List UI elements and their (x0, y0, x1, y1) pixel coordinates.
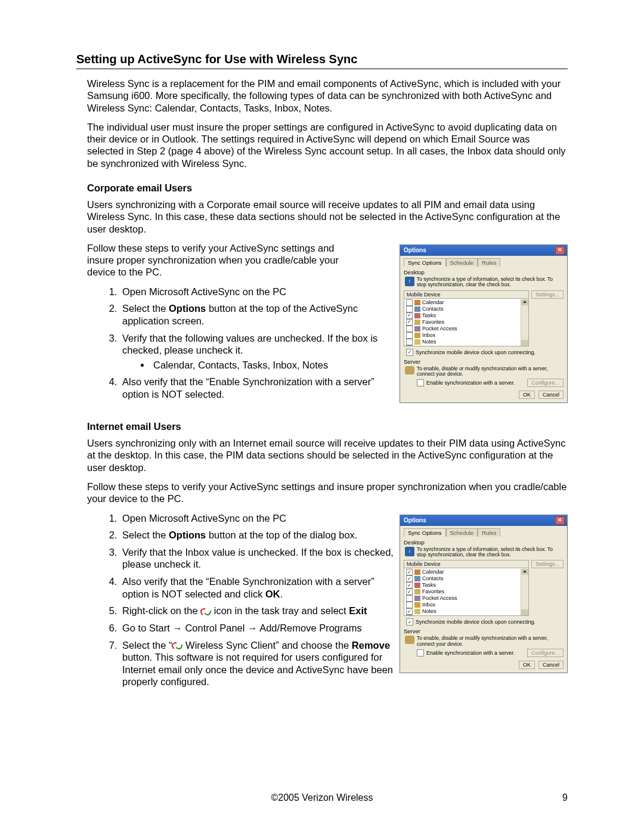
scrollbar[interactable] (521, 569, 528, 615)
item-label: Favorites (422, 319, 444, 326)
item-icon (414, 346, 420, 346)
settings-button[interactable]: Settings... (531, 560, 564, 568)
info-icon: i (405, 277, 414, 286)
sync-item-row[interactable]: Inbox (405, 332, 527, 339)
sync-clock-checkbox[interactable]: ✓ (406, 349, 413, 356)
sync-items-listbox[interactable]: Mobile Device✓Calendar✓Contacts✓Tasks✓Fa… (404, 560, 529, 616)
sync-item-row[interactable]: Contacts (405, 306, 527, 312)
tab-schedule[interactable]: Schedule (446, 528, 478, 537)
close-icon[interactable]: ✕ (555, 246, 565, 255)
sync-item-row[interactable]: Inbox (405, 602, 527, 608)
checkbox[interactable] (406, 306, 413, 312)
checkbox[interactable]: ✓ (406, 575, 413, 582)
server-info-text: To enable, disable or modify synchroniza… (417, 636, 564, 647)
tab-rules[interactable]: Rules (478, 528, 500, 537)
item-label: Contacts (422, 306, 444, 312)
item-label: Files (422, 615, 434, 616)
corporate-steps: Open Microsoft ActiveSync on the PC Sele… (87, 286, 394, 401)
enable-server-checkbox[interactable] (417, 649, 424, 657)
dialog-title: Options (404, 517, 426, 524)
corporate-subhead: Corporate email Users (87, 182, 568, 194)
enable-server-checkbox[interactable] (417, 379, 424, 386)
internet-paragraph: Users synchronizing only with an Interne… (87, 437, 568, 473)
cancel-button[interactable]: Cancel (538, 661, 564, 669)
item-icon (414, 320, 420, 325)
sync-item-row[interactable]: ✓Notes (405, 608, 527, 615)
checkbox[interactable]: ✓ (406, 312, 413, 319)
checkbox[interactable] (406, 339, 413, 345)
tab-sync-options[interactable]: Sync Options (404, 258, 446, 267)
item-label: Favorites (422, 589, 444, 595)
tab-sync-options[interactable]: Sync Options (404, 528, 446, 537)
sync-items-listbox[interactable]: Mobile DeviceCalendarContacts✓Tasks✓Favo… (404, 290, 529, 346)
cancel-button[interactable]: Cancel (538, 391, 564, 399)
checkbox[interactable] (406, 326, 413, 332)
settings-button[interactable]: Settings... (531, 290, 564, 299)
internet-steps: Open Microsoft ActiveSync on the PC Sele… (87, 512, 394, 689)
page-heading: Setting up ActiveSync for Use with Wirel… (76, 52, 568, 66)
checkbox[interactable] (406, 602, 413, 608)
sync-icon (200, 608, 211, 615)
checkbox[interactable] (406, 615, 413, 616)
sync-item-row[interactable]: Pocket Access (405, 326, 527, 332)
close-icon[interactable]: ✕ (555, 516, 565, 525)
checkbox[interactable]: ✓ (406, 589, 413, 595)
options-dialog-figure-2: Options✕Sync OptionsScheduleRulesDesktop… (400, 515, 568, 673)
info-icon: i (405, 547, 414, 556)
list-item: Verify that the Inbox value is unchecked… (120, 546, 394, 571)
sync-item-row[interactable]: ✓Favorites (405, 589, 527, 595)
item-icon (414, 339, 420, 345)
sync-clock-checkbox[interactable]: ✓ (406, 618, 413, 625)
sync-item-row[interactable]: ✓Favorites (405, 319, 527, 326)
intro-paragraph-1: Wireless Sync is a replacement for the P… (87, 78, 568, 114)
tab-schedule[interactable]: Schedule (446, 258, 478, 267)
checkbox[interactable] (406, 299, 413, 306)
corporate-follow: Follow these steps to verify your Active… (87, 242, 349, 278)
checkbox[interactable]: ✓ (406, 608, 413, 615)
sync-item-row[interactable]: Files (405, 615, 527, 616)
item-icon (414, 306, 420, 312)
sync-clock-label: Synchronize mobile device clock upon con… (416, 349, 535, 355)
sync-item-row[interactable]: ✓Tasks (405, 312, 527, 319)
item-icon (414, 326, 420, 332)
sync-item-row[interactable]: ✓Contacts (405, 575, 527, 582)
item-icon (414, 583, 420, 588)
document-page: Setting up ActiveSync for Use with Wirel… (0, 0, 644, 833)
checkbox[interactable]: ✓ (406, 569, 413, 575)
sync-item-row[interactable]: Notes (405, 339, 527, 345)
sync-item-row[interactable]: Files (405, 345, 527, 346)
item-label: Notes (422, 339, 436, 345)
checkbox[interactable]: ✓ (406, 582, 413, 589)
ok-button[interactable]: OK (519, 661, 535, 669)
footer-copyright: ©2005 Verizon Wireless (0, 792, 644, 803)
sync-item-row[interactable]: Calendar (405, 299, 527, 306)
options-dialog: Options✕Sync OptionsScheduleRulesDesktop… (400, 244, 568, 403)
tab-rules[interactable]: Rules (478, 258, 500, 267)
item-icon (414, 569, 420, 575)
configure-button[interactable]: Configure... (527, 649, 564, 657)
item-icon (414, 576, 420, 581)
sync-item-row[interactable]: ✓Calendar (405, 569, 527, 575)
internet-follow: Follow these steps to verify your Active… (87, 481, 568, 505)
item-label: Inbox (422, 602, 435, 608)
options-dialog: Options✕Sync OptionsScheduleRulesDesktop… (400, 515, 568, 673)
item-label: Contacts (422, 575, 444, 582)
checkbox[interactable] (406, 332, 413, 339)
info-text: To synchronize a type of information, se… (417, 277, 564, 288)
sync-item-row[interactable]: ✓Tasks (405, 582, 527, 589)
enable-server-label: Enable synchronization with a server. (426, 380, 515, 386)
options-dialog-figure-1: Options✕Sync OptionsScheduleRulesDesktop… (400, 244, 568, 403)
list-item: Verify that the following values are unc… (120, 332, 394, 371)
scrollbar[interactable] (521, 299, 528, 346)
corporate-paragraph: Users synchronizing with a Corporate ema… (87, 199, 568, 235)
sync-item-row[interactable]: Pocket Access (405, 595, 527, 602)
checkbox[interactable] (406, 595, 413, 602)
intro-paragraph-2: The individual user must insure the prop… (87, 121, 568, 169)
dialog-titlebar: Options✕ (400, 515, 567, 526)
configure-button[interactable]: Configure... (527, 379, 564, 387)
checkbox[interactable] (406, 345, 413, 346)
sync-clock-label: Synchronize mobile device clock upon con… (416, 619, 535, 625)
ok-button[interactable]: OK (519, 391, 535, 399)
list-item: Select the “ Wireless Sync Client” and c… (120, 639, 394, 689)
checkbox[interactable]: ✓ (406, 319, 413, 326)
